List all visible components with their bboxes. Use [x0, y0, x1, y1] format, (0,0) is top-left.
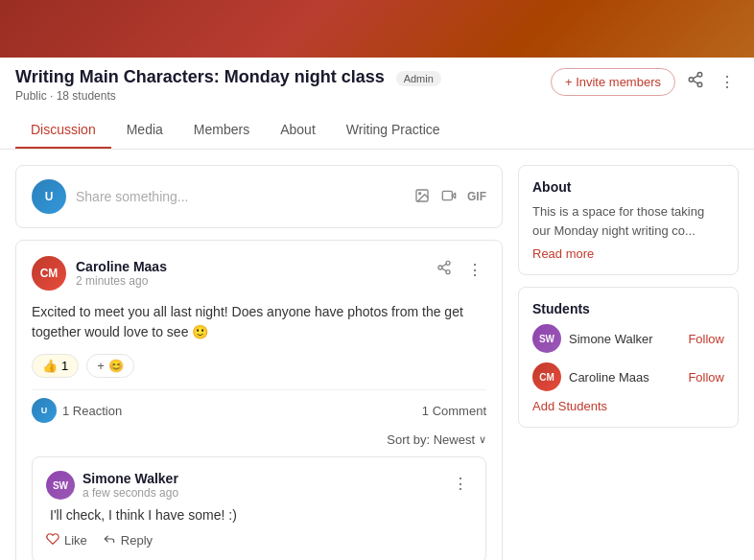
group-meta: Public · 18 students: [15, 89, 441, 103]
comment-author: SW Simone Walker a few seconds ago: [46, 471, 178, 500]
more-options-button[interactable]: ⋮: [716, 69, 739, 95]
comment-actions: Like Reply: [46, 532, 472, 548]
svg-point-6: [419, 192, 421, 194]
group-info: Writing Main Characters: Monday night cl…: [15, 67, 441, 103]
comment-more-button[interactable]: ⋮: [449, 471, 472, 497]
svg-rect-7: [442, 191, 452, 199]
follow-simone-button[interactable]: Follow: [688, 332, 724, 346]
reaction-avatar: U: [32, 398, 57, 423]
student-info: CM Caroline Maas: [532, 362, 649, 391]
post-author-avatar: CM: [32, 256, 66, 291]
admin-badge: Admin: [396, 71, 441, 86]
post-content: Excited to meet you all last night! Does…: [32, 302, 486, 342]
student-name: Caroline Maas: [569, 370, 649, 385]
nav-tabs: Discussion Media Members About Writing P…: [15, 112, 739, 149]
thumbs-up-reaction-button[interactable]: 👍 1: [32, 354, 79, 378]
post-header: CM Caroline Maas 2 minutes ago ⋮: [32, 256, 486, 291]
svg-line-12: [442, 268, 447, 271]
main-layout: U Share something... GIF CM: [0, 150, 754, 560]
comment-author-avatar: SW: [46, 471, 75, 500]
plus-icon: +: [97, 359, 105, 373]
student-avatar: SW: [532, 324, 561, 353]
comment-count: 1 Comment: [422, 404, 486, 418]
list-item: SW Simone Walker Follow: [532, 324, 724, 353]
like-label: Like: [64, 533, 87, 548]
share-icons: GIF: [413, 188, 486, 206]
student-name: Simone Walker: [569, 332, 653, 346]
svg-line-13: [442, 264, 447, 267]
chevron-down-icon: ∨: [479, 433, 486, 446]
post-time: 2 minutes ago: [76, 274, 167, 288]
tab-about[interactable]: About: [265, 112, 331, 149]
group-title-row: Writing Main Characters: Monday night cl…: [15, 67, 441, 87]
comment-time: a few seconds ago: [82, 486, 178, 500]
student-avatar: CM: [532, 362, 561, 391]
tab-members[interactable]: Members: [178, 112, 265, 149]
header-actions: + Invite members ⋮: [551, 67, 739, 96]
invite-members-button[interactable]: + Invite members: [551, 68, 675, 96]
reply-comment-button[interactable]: Reply: [103, 532, 153, 548]
post-more-button[interactable]: ⋮: [463, 257, 486, 283]
tab-media[interactable]: Media: [111, 112, 178, 149]
tab-discussion[interactable]: Discussion: [15, 112, 111, 149]
feed-column: U Share something... GIF CM: [15, 165, 503, 560]
share-icon-button[interactable]: [683, 67, 708, 96]
student-list: SW Simone Walker Follow CM Caroline Maas…: [532, 324, 724, 391]
post-card: CM Caroline Maas 2 minutes ago ⋮ Excited…: [15, 240, 503, 560]
photo-icon[interactable]: [413, 188, 431, 206]
students-card: Students SW Simone Walker Follow CM: [518, 287, 739, 428]
reply-label: Reply: [121, 533, 153, 548]
header-top: Writing Main Characters: Monday night cl…: [15, 67, 739, 103]
about-text: This is a space for those taking our Mon…: [532, 202, 724, 240]
post-actions: ⋮: [433, 256, 486, 283]
post-share-button[interactable]: [433, 256, 456, 283]
reply-icon: [103, 532, 116, 548]
tab-writing-practice[interactable]: Writing Practice: [331, 112, 456, 149]
emoji-reaction-icon: 😊: [108, 359, 124, 373]
svg-line-4: [693, 76, 697, 79]
svg-line-3: [693, 81, 697, 83]
sort-label[interactable]: Sort by: Newest ∨: [387, 432, 486, 447]
follow-caroline-button[interactable]: Follow: [688, 370, 724, 385]
comment-card: SW Simone Walker a few seconds ago ⋮ I'l…: [32, 456, 486, 560]
thumbs-up-count: 1: [61, 359, 68, 373]
sort-bar: Sort by: Newest ∨: [32, 432, 486, 447]
students-title: Students: [532, 301, 724, 316]
post-footer: U 1 Reaction 1 Comment: [32, 389, 486, 423]
comment-author-name: Simone Walker: [82, 471, 178, 486]
list-item: CM Caroline Maas Follow: [532, 362, 724, 391]
post-author-info: CM Caroline Maas 2 minutes ago: [32, 256, 167, 291]
reaction-count: U 1 Reaction: [32, 398, 122, 423]
comment-text: I'll check, I think I have some! :): [46, 507, 472, 523]
sort-label-text: Sort by: Newest: [387, 432, 475, 447]
reaction-buttons: 👍 1 + 😊: [32, 354, 486, 378]
comment-header: SW Simone Walker a few seconds ago ⋮: [46, 471, 472, 500]
gif-label[interactable]: GIF: [467, 190, 486, 203]
share-placeholder[interactable]: Share something...: [76, 189, 189, 204]
post-author-name: Caroline Maas: [76, 259, 167, 274]
share-box: U Share something... GIF: [15, 165, 503, 228]
current-user-avatar: U: [32, 179, 66, 214]
share-left: U Share something...: [32, 179, 189, 214]
like-comment-button[interactable]: Like: [46, 532, 87, 548]
thumbs-up-icon: 👍: [42, 359, 58, 373]
sidebar-column: About This is a space for those taking o…: [518, 165, 739, 428]
about-title: About: [532, 179, 724, 195]
about-card: About This is a space for those taking o…: [518, 165, 739, 275]
hero-banner: [0, 0, 754, 58]
reaction-count-text: 1 Reaction: [62, 404, 122, 418]
group-title: Writing Main Characters: Monday night cl…: [15, 67, 385, 86]
add-students-link[interactable]: Add Students: [532, 399, 724, 413]
student-info: SW Simone Walker: [532, 324, 653, 353]
header-section: Writing Main Characters: Monday night cl…: [0, 58, 754, 150]
heart-icon: [46, 532, 59, 548]
video-icon[interactable]: [440, 188, 458, 206]
read-more-link[interactable]: Read more: [532, 246, 594, 261]
add-reaction-button[interactable]: + 😊: [86, 354, 134, 378]
